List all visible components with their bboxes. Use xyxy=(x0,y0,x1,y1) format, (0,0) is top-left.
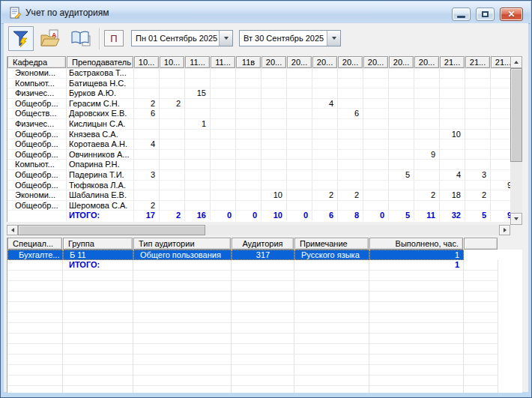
main-column-header[interactable]: 20... xyxy=(312,56,337,68)
teacher-cell: Тюфякова Л.А. xyxy=(67,181,134,191)
table-row[interactable]: Физичес...Бурков А.Ю.15 xyxy=(7,88,510,99)
main-column-header[interactable]: 21... xyxy=(465,56,490,68)
close-button[interactable]: ✕ xyxy=(500,7,523,21)
hours-cell xyxy=(389,130,414,140)
p-button[interactable]: П xyxy=(104,30,124,46)
vertical-scroll-thumb[interactable] xyxy=(510,68,522,162)
main-column-header[interactable]: Преподаватель xyxy=(67,56,133,68)
table-row[interactable]: Компьют...Опарина Р.Н. xyxy=(7,160,510,170)
scroll-right-button[interactable] xyxy=(499,225,510,235)
detail-column-header[interactable]: Группа xyxy=(63,238,133,250)
dept-cell: Экономи... xyxy=(7,190,67,201)
teacher-cell: Герасим С.Н. xyxy=(67,99,134,109)
hours-cell xyxy=(160,130,185,140)
table-row[interactable]: Физичес...Кислицын С.А.1 xyxy=(7,119,510,130)
date-from-value: Пн 01 Сентябрь 2025 xyxy=(132,34,219,43)
detail-column-header[interactable]: Тип аудитории xyxy=(133,238,231,250)
table-row[interactable]: Экономи...Шабалина Е.В.10222182 xyxy=(7,190,510,201)
main-column-header[interactable]: 10... xyxy=(160,56,184,68)
table-row[interactable]: Общеобр...Князева С.А.10 xyxy=(7,130,510,140)
main-column-header[interactable]: 10... xyxy=(134,56,159,68)
scroll-up-button[interactable] xyxy=(510,56,522,68)
main-column-header[interactable]: 20... xyxy=(363,56,388,68)
date-to-value: Вт 30 Сентябрь 2025 xyxy=(240,34,327,43)
minimize-button[interactable] xyxy=(452,7,471,21)
main-column-header[interactable]: 20... xyxy=(389,56,414,68)
chevron-down-icon[interactable] xyxy=(327,31,340,46)
dept-cell: Общеобр... xyxy=(7,99,67,109)
empty-cell xyxy=(232,344,294,355)
hours-cell xyxy=(312,150,338,160)
book-button[interactable] xyxy=(67,26,95,51)
main-column-header[interactable]: 21... xyxy=(491,56,510,68)
totals-cell: 8 xyxy=(338,211,363,221)
hours-cell xyxy=(389,201,414,211)
hours-cell xyxy=(211,88,236,99)
detail-column-header[interactable]: Выполнено, час. xyxy=(369,238,463,250)
table-row[interactable]: Общеобр...Шеромова С.А.2 xyxy=(7,201,510,211)
teacher-cell: Даровских Е.В. xyxy=(67,109,134,119)
table-row[interactable]: Компьют...Батищева Н.С. xyxy=(7,79,510,89)
hours-cell xyxy=(262,139,287,150)
chevron-down-icon[interactable] xyxy=(219,31,232,46)
main-column-header[interactable]: 20... xyxy=(338,56,363,68)
main-column-header[interactable]: Кафедра xyxy=(7,56,66,68)
main-column-header[interactable]: 21... xyxy=(440,56,465,68)
empty-cell xyxy=(133,292,232,302)
empty-cell xyxy=(232,313,294,323)
hours-cell xyxy=(160,170,185,181)
empty-row xyxy=(7,355,522,365)
main-column-header[interactable]: 11... xyxy=(185,56,210,68)
hours-cell xyxy=(236,139,262,150)
date-from-combo[interactable]: Пн 01 Сентябрь 2025 xyxy=(131,30,233,46)
main-column-header[interactable]: 20... xyxy=(287,56,312,68)
main-column-header[interactable]: 11в xyxy=(236,56,261,68)
scroll-down-button[interactable] xyxy=(510,213,522,225)
vertical-scrollbar[interactable] xyxy=(510,56,522,225)
table-row[interactable]: Общеобр...Падерина Т.И.3543 xyxy=(7,170,510,181)
hours-cell xyxy=(287,109,312,119)
empty-cell xyxy=(369,344,464,355)
maximize-button[interactable] xyxy=(476,7,495,21)
main-column-header[interactable]: 20... xyxy=(414,56,439,68)
detail-column-header[interactable] xyxy=(464,238,498,250)
main-column-header[interactable]: 11... xyxy=(211,56,235,68)
hours-cell: 2 xyxy=(160,99,185,109)
table-row[interactable]: Общеобр...Коротаева А.Н.4 xyxy=(7,139,510,150)
empty-cell xyxy=(464,355,498,365)
hours-cell xyxy=(491,119,510,130)
hours-cell xyxy=(389,190,414,201)
hours-cell: 2 xyxy=(134,201,160,211)
hours-cell xyxy=(236,150,262,160)
empty-cell xyxy=(63,344,133,355)
empty-cell xyxy=(232,365,294,376)
selected-row[interactable]: Бухгалте...Б 11Общего пользования317Русс… xyxy=(7,250,522,260)
empty-cell xyxy=(464,302,498,313)
horizontal-scroll-thumb[interactable] xyxy=(18,225,205,235)
hours-cell xyxy=(185,190,211,201)
hours-cell xyxy=(185,79,211,89)
main-column-header[interactable]: 20... xyxy=(262,56,286,68)
filter-button[interactable] xyxy=(8,26,34,51)
hours-cell xyxy=(211,170,236,181)
empty-row xyxy=(7,334,522,344)
empty-cell xyxy=(63,334,133,344)
detail-column-header[interactable]: Специал... xyxy=(7,238,62,250)
date-to-combo[interactable]: Вт 30 Сентябрь 2025 xyxy=(239,30,341,46)
horizontal-scrollbar[interactable] xyxy=(7,225,510,235)
hours-cell xyxy=(440,88,465,99)
hours-cell xyxy=(389,109,414,119)
hours-cell xyxy=(211,139,236,150)
detail-column-header[interactable]: Аудитория xyxy=(232,238,294,250)
totals-cell: 5 xyxy=(465,211,491,221)
table-row[interactable]: Экономи...Бастракова Т... xyxy=(7,68,510,79)
open-report-button[interactable]: A xyxy=(37,26,65,51)
table-row[interactable]: Общеобр...Овчинников А...9 xyxy=(7,150,510,160)
hours-cell xyxy=(491,99,510,109)
table-row[interactable]: Общеобр...Тюфякова Л.А.9 xyxy=(7,181,510,191)
table-row[interactable]: Общеобр...Герасим С.Н.224 xyxy=(7,99,510,109)
table-row[interactable]: Обществ...Даровских Е.В.66 xyxy=(7,109,510,119)
scroll-left-button[interactable] xyxy=(7,225,18,235)
detail-column-header[interactable]: Примечание xyxy=(294,238,369,250)
teacher-cell: Бастракова Т... xyxy=(67,68,134,79)
